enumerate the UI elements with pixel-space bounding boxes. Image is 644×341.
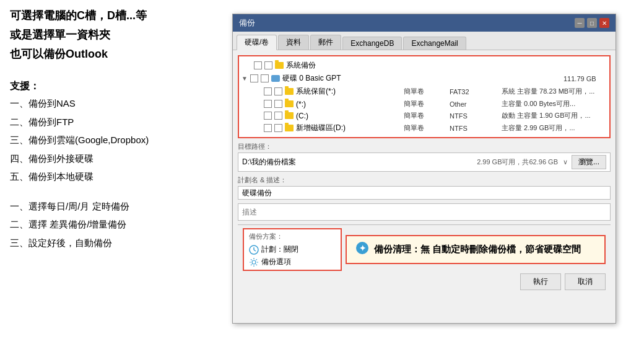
svg-line-2 bbox=[254, 250, 256, 251]
dest-dropdown-icon[interactable]: ∨ bbox=[563, 158, 568, 166]
col1-c: 簡單卷 bbox=[404, 111, 447, 120]
checkbox-d[interactable] bbox=[264, 124, 272, 132]
dialog-title: 備份 bbox=[239, 17, 255, 29]
tab-mail[interactable]: 郵件 bbox=[310, 35, 341, 50]
col3-star: 主容量 0.00 Bytes可用... bbox=[502, 99, 607, 108]
destination-section: 目標路徑： D:\我的備份檔案 2.99 GB可用，共62.96 GB ∨ 瀏覽… bbox=[238, 142, 611, 172]
action-row: 執行 取消 bbox=[243, 273, 606, 290]
checkbox2-d[interactable] bbox=[274, 124, 282, 132]
backup-options-row: 備份方案： 計劃：關閉 備份選項 bbox=[243, 228, 606, 271]
checkbox-hdd0[interactable] bbox=[250, 74, 258, 82]
maximize-button[interactable]: □ bbox=[587, 18, 597, 28]
col2-d: NTFS bbox=[450, 125, 499, 132]
feature-item-2: 二、選擇 差異備份/增量備份 bbox=[10, 216, 201, 232]
tab-exchangedb[interactable]: ExchangeDB bbox=[342, 37, 402, 50]
callout-box: ✦ 備份清理：無 自動定時刪除備份檔，節省硬碟空間 bbox=[346, 235, 606, 264]
checkbox2-star[interactable] bbox=[274, 100, 282, 108]
close-button[interactable]: ✕ bbox=[599, 18, 609, 28]
tab-bar: 硬碟/卷 資料 郵件 ExchangeDB ExchangeMail bbox=[233, 32, 616, 50]
svg-text:✦: ✦ bbox=[359, 244, 366, 253]
checkbox2-sys-reserved[interactable] bbox=[274, 87, 282, 95]
backup-options-item[interactable]: 備份選項 bbox=[249, 257, 336, 267]
folder-icon-sys-reserved bbox=[285, 88, 294, 95]
callout-icon: ✦ bbox=[355, 241, 369, 258]
window-controls: ─ □ ✕ bbox=[575, 18, 609, 28]
support-item-2: 二、備份到FTP bbox=[10, 114, 201, 130]
col1-d: 簡單卷 bbox=[404, 123, 447, 133]
col1-sys-reserved: 簡單卷 bbox=[404, 87, 447, 96]
dest-path: D:\我的備份檔案 bbox=[242, 157, 474, 167]
desc-section bbox=[238, 203, 611, 221]
tab-data[interactable]: 資料 bbox=[278, 35, 309, 50]
col2-c: NTFS bbox=[450, 112, 499, 120]
dest-label: 目標路徑： bbox=[238, 142, 611, 151]
dest-size: 2.99 GB可用，共62.96 GB bbox=[477, 157, 558, 167]
checkbox-c[interactable] bbox=[264, 112, 272, 120]
plan-name-input[interactable] bbox=[238, 186, 611, 200]
tree-item-sys-reserved: 系統保留(*:) 簡單卷 FAT32 系統 主容量 78.23 MB可用，... bbox=[242, 85, 607, 98]
folder-icon-system-backup bbox=[275, 62, 284, 69]
checkbox2-system-backup[interactable] bbox=[264, 61, 272, 69]
tree-item-d: 新增磁碟區(D:) 簡單卷 NTFS 主容量 2.99 GB可用，... bbox=[242, 122, 607, 135]
minimize-button[interactable]: ─ bbox=[575, 18, 585, 28]
checkbox-system-backup[interactable] bbox=[254, 61, 262, 69]
checkbox2-c[interactable] bbox=[274, 112, 282, 120]
backup-management-icon: ✦ bbox=[355, 241, 369, 255]
svg-point-3 bbox=[252, 260, 256, 264]
feature-item-3: 三、設定好後，自動備份 bbox=[10, 235, 201, 251]
schedule-option[interactable]: 計劃：關閉 bbox=[249, 244, 336, 255]
label-star: (*:) bbox=[296, 100, 401, 108]
support-item-1: 一、備份到NAS bbox=[10, 95, 201, 112]
expand-hdd0: ▼ bbox=[242, 75, 248, 82]
title-bar: 備份 ─ □ ✕ bbox=[233, 14, 616, 32]
backup-options-label: 備份選項 bbox=[261, 257, 291, 267]
col1-hdd0: 111.79 GB bbox=[564, 75, 607, 82]
folder-icon-d bbox=[285, 125, 294, 131]
dialog-content: 系統備份 ▼ 硬碟 0 Basic GPT 111.79 GB 系統保留(*:)… bbox=[233, 50, 616, 323]
dest-row: D:\我的備份檔案 2.99 GB可用，共62.96 GB ∨ 瀏覽... bbox=[238, 153, 611, 172]
disk-icon-hdd0 bbox=[271, 75, 280, 82]
label-sys-reserved: 系統保留(*:) bbox=[296, 86, 401, 97]
tree-item-star: (*:) 簡單卷 Other 主容量 0.00 Bytes可用... bbox=[242, 98, 607, 110]
intro-line-1: 可選擇電腦的C槽，D槽...等 bbox=[10, 7, 201, 24]
backup-options-title: 備份方案： bbox=[249, 232, 336, 241]
run-button[interactable]: 執行 bbox=[520, 273, 561, 290]
folder-icon-star bbox=[285, 100, 294, 107]
tab-exchangemail[interactable]: ExchangeMail bbox=[403, 37, 466, 50]
folder-icon-c bbox=[285, 112, 294, 119]
col2-sys-reserved: FAT32 bbox=[450, 88, 499, 95]
intro-line-3: 也可以備份Outlook bbox=[10, 46, 201, 63]
col3-d: 主容量 2.99 GB可用，... bbox=[502, 123, 607, 133]
checkbox-sys-reserved[interactable] bbox=[264, 87, 272, 95]
plan-label: 計劃名 & 描述： bbox=[238, 175, 611, 185]
tree-item-c: (C:) 簡單卷 NTFS 啟動 主容量 1.90 GB可用，... bbox=[242, 110, 607, 122]
feature-item-1: 一、選擇每日/周/月 定時備份 bbox=[10, 198, 201, 215]
callout-text: 備份清理：無 自動定時刪除備份檔，節省硬碟空間 bbox=[374, 244, 581, 255]
col1-star: 簡單卷 bbox=[404, 99, 447, 108]
backup-options-section: 備份方案： 計劃：關閉 備份選項 bbox=[243, 228, 342, 271]
tree-item-system-backup: 系統備份 bbox=[242, 59, 607, 72]
tree-item-hdd0: ▼ 硬碟 0 Basic GPT 111.79 GB bbox=[242, 72, 607, 85]
support-item-5: 五、備份到本地硬碟 bbox=[10, 169, 201, 185]
label-d: 新增磁碟區(D:) bbox=[296, 123, 401, 133]
cancel-button[interactable]: 取消 bbox=[565, 273, 606, 290]
schedule-label: 計劃：關閉 bbox=[261, 244, 298, 255]
tab-harddisk[interactable]: 硬碟/卷 bbox=[237, 35, 277, 50]
col3-sys-reserved: 系統 主容量 78.23 MB可用，... bbox=[502, 87, 607, 96]
col2-star: Other bbox=[450, 100, 499, 108]
left-panel: 可選擇電腦的C槽，D槽...等 或是選擇單一資料夾 也可以備份Outlook 支… bbox=[0, 0, 211, 341]
support-item-4: 四、備份到外接硬碟 bbox=[10, 151, 201, 167]
bottom-panel: 備份方案： 計劃：關閉 備份選項 bbox=[238, 224, 611, 293]
label-hdd0: 硬碟 0 Basic GPT bbox=[282, 73, 561, 84]
support-title: 支援： bbox=[10, 80, 201, 93]
label-system-backup: 系統備份 bbox=[286, 60, 607, 71]
browse-button[interactable]: 瀏覽... bbox=[572, 155, 606, 169]
desc-input[interactable] bbox=[238, 203, 611, 221]
gear-icon bbox=[249, 257, 259, 267]
intro-line-2: 或是選擇單一資料夾 bbox=[10, 27, 201, 43]
backup-dialog: 備份 ─ □ ✕ 硬碟/卷 資料 郵件 ExchangeDB ExchangeM… bbox=[232, 14, 616, 324]
plan-section: 計劃名 & 描述： bbox=[238, 175, 611, 200]
col3-c: 啟動 主容量 1.90 GB可用，... bbox=[502, 111, 607, 120]
checkbox2-hdd0[interactable] bbox=[261, 74, 269, 82]
checkbox-star[interactable] bbox=[264, 100, 272, 108]
